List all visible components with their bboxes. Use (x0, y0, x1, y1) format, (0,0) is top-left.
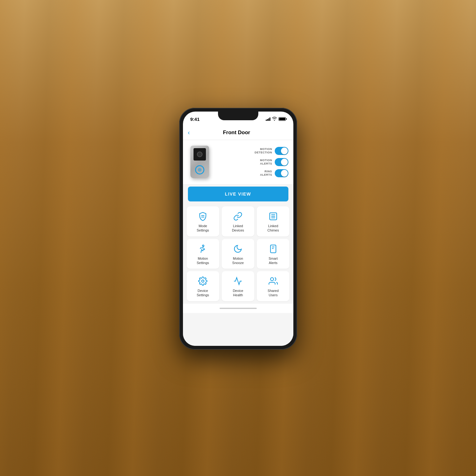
motion-snooze-button[interactable]: MotionSnooze (222, 239, 254, 269)
device-settings-label: DeviceSettings (197, 289, 209, 298)
status-time: 9:41 (190, 117, 200, 122)
phone-shell: 9:41 (179, 108, 297, 350)
linked-devices-label: LinkedDevices (232, 224, 244, 233)
grid-row-2: MotionSettings MotionSnooze (187, 239, 290, 269)
motion-alerts-row: MOTIONALERTS (216, 158, 288, 166)
grid-row-3: DeviceSettings DeviceHealth (187, 271, 290, 301)
back-button[interactable]: ‹ (188, 129, 190, 136)
motion-detection-toggle[interactable] (275, 147, 288, 155)
app-header: ‹ Front Door (183, 125, 293, 140)
motion-detection-label: MOTIONDETECTION (255, 148, 272, 154)
gear-icon (197, 275, 208, 287)
ring-alerts-label: RINGALERTS (260, 170, 272, 177)
motion-alerts-label: MOTIONALERTS (260, 159, 272, 165)
notch (218, 112, 258, 120)
doorbell-ring (195, 165, 204, 174)
doorbell-image (188, 145, 211, 179)
page-title: Front Door (192, 130, 281, 136)
ring-alerts-row: RINGALERTS (216, 169, 288, 177)
home-indicator-area (183, 304, 293, 313)
shield-icon (197, 211, 208, 222)
motion-settings-button[interactable]: MotionSettings (187, 239, 219, 269)
linked-chimes-label: LinkedChimes (267, 224, 279, 233)
phone-screen: 9:41 (183, 112, 293, 346)
device-section: MOTIONDETECTION MOTIONALERTS RINGALERTS (183, 140, 293, 184)
toggles-section: MOTIONDETECTION MOTIONALERTS RINGALERTS (216, 147, 288, 177)
svg-point-6 (202, 245, 204, 246)
moon-icon (232, 243, 243, 254)
shared-users-button[interactable]: SharedUsers (257, 271, 289, 301)
list-icon (268, 211, 279, 222)
svg-point-9 (202, 280, 204, 282)
wifi-icon (272, 117, 277, 121)
device-settings-button[interactable]: DeviceSettings (187, 271, 219, 301)
heartbeat-icon (232, 275, 243, 287)
mode-settings-button[interactable]: ModeSettings (187, 206, 219, 236)
shared-users-label: SharedUsers (268, 289, 278, 298)
linked-devices-button[interactable]: LinkedDevices (222, 206, 254, 236)
smart-alerts-label: SmartAlerts (269, 256, 278, 265)
users-icon (268, 275, 279, 287)
battery-icon (278, 117, 286, 121)
signal-icon (266, 117, 270, 121)
phone-device: 9:41 (179, 108, 297, 350)
device-health-button[interactable]: DeviceHealth (222, 271, 254, 301)
motion-alerts-toggle[interactable] (275, 158, 288, 166)
svg-rect-7 (270, 245, 276, 253)
home-bar (220, 308, 257, 309)
svg-point-10 (270, 278, 274, 281)
device-health-label: DeviceHealth (233, 289, 243, 298)
menu-grid: ModeSettings LinkedDevices (183, 204, 293, 304)
live-view-button[interactable]: LIVE VIEW (188, 187, 288, 201)
run-icon (197, 243, 208, 254)
app-content: ‹ Front Door MOTIONDETE (183, 125, 293, 346)
linked-chimes-button[interactable]: LinkedChimes (257, 206, 289, 236)
status-icons (266, 117, 286, 121)
mode-settings-label: ModeSettings (197, 224, 209, 233)
motion-snooze-label: MotionSnooze (232, 256, 244, 265)
smart-alerts-button[interactable]: SmartAlerts (257, 239, 289, 269)
doorbell-camera (194, 148, 206, 161)
motion-detection-row: MOTIONDETECTION (216, 147, 288, 155)
ring-alerts-toggle[interactable] (275, 169, 288, 177)
doorbell-body (190, 146, 209, 178)
grid-row-1: ModeSettings LinkedDevices (187, 206, 290, 236)
device-icon (268, 243, 279, 254)
motion-settings-label: MotionSettings (197, 256, 209, 265)
link-icon (232, 211, 243, 222)
